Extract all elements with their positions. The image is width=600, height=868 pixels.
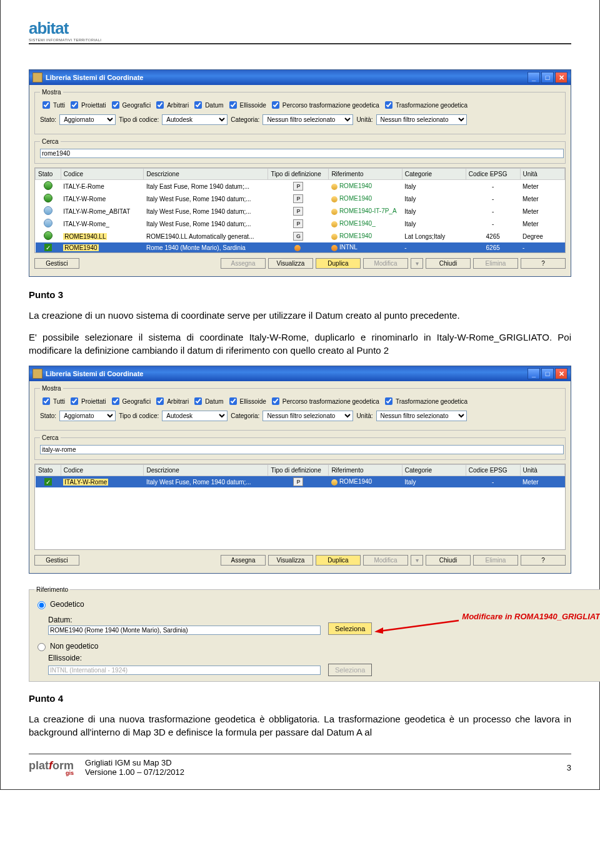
column-header[interactable]: Unità [520,465,564,476]
punto3-text-2: E' possibile selezionare il sistema di c… [29,331,571,357]
column-header[interactable]: Descrizione [144,169,268,180]
table-row[interactable]: ✓ITALY-W-RomeItaly West Fuse, Rome 1940 … [36,476,565,488]
filter-checkbox[interactable]: Geografici [109,99,151,111]
elimina-button: Elimina [473,555,518,566]
help-button[interactable]: ? [521,258,566,269]
filter-checkbox[interactable]: Arbitrari [154,396,189,407]
column-header[interactable]: Categorie [402,465,466,476]
filter-checkbox[interactable]: Trasformazione geodetica [382,396,468,407]
filter-checkbox[interactable]: Proiettati [68,396,106,407]
filter-checkbox[interactable]: Ellissoide [227,396,266,407]
categoria-select[interactable]: Nessun filtro selezionato [262,411,353,421]
table-row[interactable]: ✓ROME1940Rome 1940 (Monte Mario), Sardin… [36,242,565,252]
stato-select[interactable]: Aggiornato [59,114,116,125]
table-row[interactable]: ITALY-W-RomeItaly West Fuse, Rome 1940 d… [36,192,565,205]
modificare-note: Modificare in ROMA1940_GRIGLIATO [462,612,600,621]
modifica-dropdown[interactable]: ▾ [411,555,423,566]
filter-checkbox[interactable]: Percorso trasformazione geodetica [269,99,379,111]
categoria-select[interactable]: Nessun filtro selezionato [262,114,353,125]
column-header[interactable]: Unità [520,169,564,180]
mostra-legend: Mostra [40,89,63,96]
gestisci-button[interactable]: Gestisci [34,258,79,269]
type-P-icon: P [293,182,303,191]
filter-checkbox[interactable]: Ellissoide [227,99,266,111]
maximize-button[interactable]: □ [541,72,554,83]
abitat-logo: abitat [29,19,571,38]
filter-checkbox[interactable]: Geografici [109,396,151,407]
cerca-input[interactable] [40,445,564,454]
column-header[interactable]: Descrizione [144,465,268,476]
table-row[interactable]: ROME1940.LLROME1940.LL Automatically gen… [36,230,565,242]
geodetico-radio[interactable] [38,601,46,609]
ellissoide-input [48,666,321,675]
elimina-button: Elimina [473,258,518,269]
column-header[interactable]: Stato [36,169,61,180]
assegna-button[interactable]: Assegna [221,555,266,566]
minimize-button[interactable]: _ [528,368,540,379]
modifica-dropdown[interactable]: ▾ [411,258,423,269]
filter-checkbox[interactable]: Datum [192,99,223,111]
column-header[interactable]: Tipo di definizione [268,169,329,180]
column-header[interactable]: Codice [61,169,144,180]
seleziona-button[interactable]: Seleziona [328,622,372,635]
nongeodetico-radio[interactable] [38,643,46,651]
chiudi-button[interactable]: Chiudi [426,555,471,566]
minimize-button[interactable]: _ [528,72,540,83]
type-datum-icon [294,245,301,251]
column-header[interactable]: Codice [61,465,144,476]
duplica-button[interactable]: Duplica [316,258,361,269]
cerca-input[interactable] [40,149,564,158]
tipo-label: Tipo di codice: [119,116,159,123]
close-button[interactable]: ✕ [555,368,568,379]
filter-checkbox[interactable]: Tutti [40,99,65,111]
column-header[interactable]: Tipo di definizione [268,465,329,476]
tipo-select[interactable]: Autodesk [162,114,228,125]
ref-icon [331,245,338,251]
results-table: StatoCodiceDescrizioneTipo di definizion… [34,464,566,550]
results-table: StatoCodiceDescrizioneTipo di definizion… [34,167,566,253]
column-header[interactable]: Riferimento [329,465,402,476]
table-row[interactable]: ITALY-W-Rome_ABITATItaly West Fuse, Rome… [36,205,565,217]
unita-select[interactable]: Nessun filtro selezionato [376,411,467,421]
column-header[interactable]: Categorie [402,169,466,180]
column-header[interactable]: Codice EPSG [466,169,520,180]
visualizza-button[interactable]: Visualizza [268,258,313,269]
status-green-icon [44,231,52,240]
filter-checkbox[interactable]: Percorso trasformazione geodetica [269,396,379,407]
filter-checkbox[interactable]: Datum [192,396,223,407]
column-header[interactable]: Codice EPSG [466,465,520,476]
duplica-button[interactable]: Duplica [316,555,361,566]
maximize-button[interactable]: □ [541,368,554,379]
table-row[interactable]: ITALY-E-RomeItaly East Fuse, Rome 1940 d… [36,180,565,193]
titlebar: Libreria Sistemi di Coordinate _ □ ✕ [29,366,571,381]
datum-input[interactable] [48,626,321,635]
chiudi-button[interactable]: Chiudi [426,258,471,269]
filter-checkbox[interactable]: Proiettati [68,99,106,111]
annotation-arrow-icon [374,619,462,635]
ellissoide-label: Ellissoide: [48,654,600,662]
type-P-icon: P [293,477,303,486]
help-button[interactable]: ? [521,555,566,566]
cerca-legend: Cerca [40,138,61,145]
geodetico-label: Geodetico [50,600,84,609]
categoria-label: Categoria: [231,116,259,123]
header-rule [29,43,571,44]
ref-icon [331,184,338,190]
page-footer: platformgis Grigliati IGM su Map 3D Vers… [29,754,571,777]
column-header[interactable]: Stato [36,465,61,476]
filter-checkbox[interactable]: Tutti [40,396,65,407]
column-header[interactable]: Riferimento [329,169,402,180]
visualizza-button[interactable]: Visualizza [268,555,313,566]
close-button[interactable]: ✕ [555,72,568,83]
svg-line-0 [379,621,459,631]
filter-checkbox[interactable]: Arbitrari [154,99,189,111]
stato-select[interactable]: Aggiornato [59,411,116,421]
gestisci-button[interactable]: Gestisci [34,555,79,566]
ref-icon [331,221,338,227]
type-P-icon: P [293,219,303,228]
filter-checkbox[interactable]: Trasformazione geodetica [382,99,468,111]
unita-select[interactable]: Nessun filtro selezionato [376,114,467,125]
cerca-legend: Cerca [40,434,61,441]
tipo-select[interactable]: Autodesk [162,411,228,421]
table-row[interactable]: ITALY-W-Rome_Italy West Fuse, Rome 1940 … [36,217,565,230]
